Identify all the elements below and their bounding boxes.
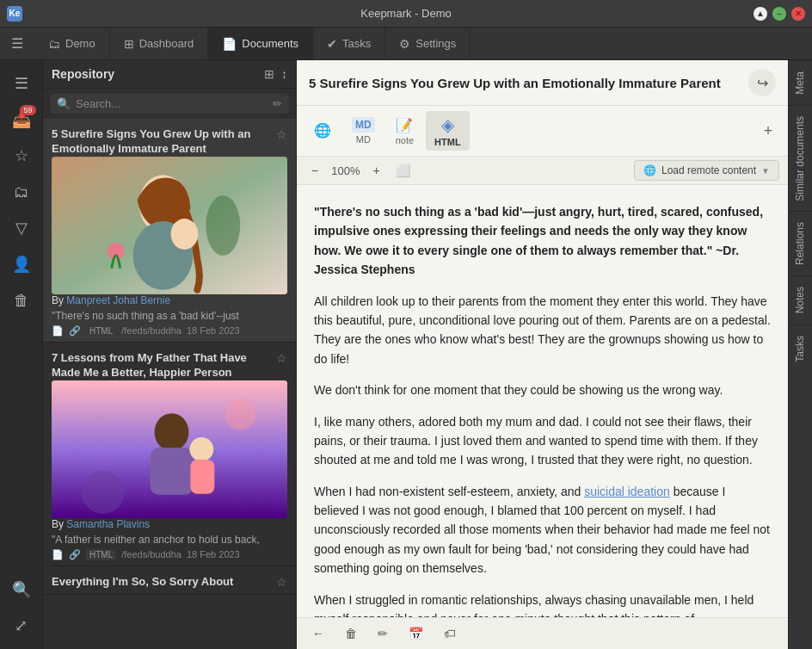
restore-button[interactable]: – [772,7,786,21]
sidebar-btn-menu[interactable]: ☰ [5,67,38,100]
sidebar-toggle-button[interactable]: ☰ [0,28,34,59]
titlebar: Ke Keepmark - Demo ▲ – ✕ [0,0,812,28]
repository-title: Repository [52,67,114,81]
add-format-button[interactable]: + [757,120,779,142]
format-tabs: 🌐 MD MD 📝 note ◈ HTML + [297,106,788,157]
grid-view-icon[interactable]: ⊞ [264,67,274,81]
sort-icon[interactable]: ↕ [281,67,287,81]
pdf-button[interactable]: ⬜ [390,161,416,180]
tab-settings-icon: ⚙ [399,37,410,51]
tab-settings[interactable]: ⚙ Settings [385,28,471,59]
format-tab-web[interactable]: 🌐 [305,119,340,144]
doc-icon: 📄 [52,549,64,560]
tab-demo-icon: 🗂 [48,37,60,51]
paragraph-before: When I had non-existent self-esteem, anx… [314,485,584,498]
chevron-down-icon: ▼ [761,166,770,176]
load-remote-label: Load remote content [661,164,756,176]
article-paragraph: All children look up to their parents fr… [314,292,771,369]
article-title: 5 Surefire Signs You Grew Up with an Emo… [52,127,273,157]
tag-button[interactable]: 🏷 [437,623,463,644]
right-tab-meta[interactable]: Meta [789,60,812,105]
article-meta: 📄 🔗 HTML /feeds/buddha 18 Feb 2023 [52,549,287,560]
tab-tasks-icon: ✔ [327,37,337,51]
content-area: 5 Surefire Signs You Grew Up with an Emo… [297,60,788,649]
zoom-in-button[interactable]: + [366,161,385,180]
right-tab-similar[interactable]: Similar documents [789,105,812,212]
load-remote-button[interactable]: 🌐 Load remote content ▼ [634,160,779,181]
sidebar-btn-filter[interactable]: ▽ [5,212,38,244]
close-button[interactable]: ✕ [791,7,805,21]
article-item[interactable]: 7 Lessons from My Father That Have Made … [43,343,296,566]
sidebar-btn-inbox[interactable]: 📥 59 [5,103,38,136]
svg-point-7 [155,413,189,451]
sidebar-btn-user[interactable]: 👤 [5,248,38,281]
svg-point-9 [189,437,213,461]
load-remote-icon: 🌐 [643,164,656,176]
html-tag: HTML [86,549,116,560]
star-button[interactable]: ☆ [276,575,287,589]
app-logo: Ke [7,6,22,22]
article-image [52,157,287,294]
content-header: 5 Surefire Signs You Grew Up with an Emo… [297,60,788,106]
tab-dashboard[interactable]: ⊞ Dashboard [110,28,209,59]
star-button[interactable]: ☆ [276,127,287,141]
tab-dashboard-label: Dashboard [139,37,194,50]
right-tab-notes[interactable]: Notes [789,275,812,324]
tab-tasks-label: Tasks [342,37,371,50]
tab-tasks[interactable]: ✔ Tasks [313,28,385,59]
svg-rect-8 [151,448,194,495]
header-icons: ⊞ ↕ [264,67,287,81]
article-item-header: 5 Surefire Signs You Grew Up with an Emo… [52,127,287,157]
tab-documents-label: Documents [242,37,298,50]
search-icon: 🔍 [57,97,71,110]
sidebar-btn-folder[interactable]: 🗂 [5,176,38,208]
search-input[interactable] [76,97,268,110]
zoom-out-button[interactable]: − [305,161,324,180]
link-icon: 🔗 [69,325,81,337]
article-snippet: "A father is neither an anchor to hold u… [52,534,287,546]
author-link[interactable]: Manpreet Johal Bernie [66,294,170,306]
html-tag: HTML [86,325,116,337]
zoom-level: 100% [328,164,363,177]
search-edit-icon[interactable]: ✏ [273,97,282,110]
share-button[interactable]: ↪ [748,69,776,96]
svg-point-12 [225,399,255,430]
calendar-button[interactable]: 📅 [402,623,430,644]
format-tab-note[interactable]: 📝 note [387,114,422,149]
format-tab-html[interactable]: ◈ HTML [426,111,470,151]
edit-button[interactable]: ✏ [371,623,395,644]
tab-demo-label: Demo [65,37,95,50]
article-items: 5 Surefire Signs You Grew Up with an Emo… [43,119,296,649]
article-snippet: "There's no such thing as a 'bad kid'--j… [52,310,287,322]
article-paragraph-link: When I had non-existent self-esteem, anx… [314,482,771,578]
right-tab-relations[interactable]: Relations [789,211,812,275]
source: /feeds/buddha [121,549,181,559]
tab-demo[interactable]: 🗂 Demo [34,28,110,59]
sidebar-btn-expand[interactable]: ⤢ [5,609,38,642]
content-title: 5 Surefire Signs You Grew Up with an Emo… [309,76,748,90]
minimize-button[interactable]: ▲ [754,7,767,21]
back-button[interactable]: ← [305,623,331,644]
content-bottom-bar: ← 🗑 ✏ 📅 🏷 [297,617,788,649]
tabbar: ☰ 🗂 Demo ⊞ Dashboard 📄 Documents ✔ Tasks… [0,28,812,60]
tab-documents[interactable]: 📄 Documents [208,28,313,59]
author-link[interactable]: Samantha Plavins [66,518,150,530]
article-paragraph: When I struggled in romantic relationshi… [314,590,771,617]
article-date: 18 Feb 2023 [187,325,240,336]
md-label: MD [356,134,371,145]
sidebar-btn-search[interactable]: 🔍 [5,573,38,606]
article-item[interactable]: 5 Surefire Signs You Grew Up with an Emo… [43,119,296,343]
article-item[interactable]: Everything I'm So, So Sorry About ☆ [43,566,296,596]
note-label: note [396,135,414,145]
delete-button[interactable]: 🗑 [338,623,364,644]
sidebar-btn-star[interactable]: ☆ [5,139,38,172]
star-button[interactable]: ☆ [276,351,287,365]
right-tab-tasks[interactable]: Tasks [789,324,812,373]
suicidal-ideation-link[interactable]: suicidal ideation [584,485,670,498]
article-meta: 📄 🔗 HTML /feeds/buddha 18 Feb 2023 [52,325,287,337]
sidebar-btn-trash[interactable]: 🗑 [5,284,38,317]
right-sidebar: Meta Similar documents Relations Notes T… [788,60,812,649]
source: /feeds/buddha [121,325,181,336]
article-author: By Samantha Plavins [52,518,287,530]
format-tab-md[interactable]: MD MD [343,114,384,148]
